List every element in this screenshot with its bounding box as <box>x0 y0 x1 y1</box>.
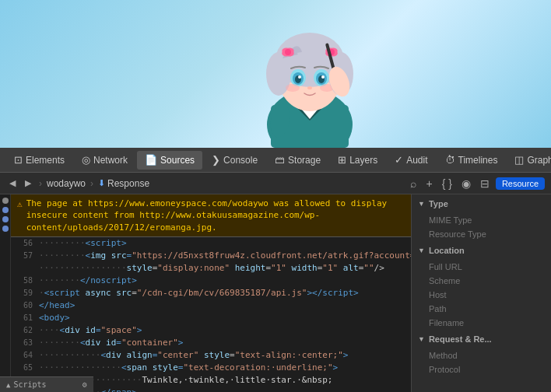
tab-graphics[interactable]: ◫ Graphics <box>507 151 551 170</box>
gutter-dot <box>2 216 9 222</box>
sources-icon: 📄 <box>145 154 157 166</box>
code-line-57b: ·················style="display:none" he… <box>11 262 411 275</box>
main-content: ⚠ The page at https://www.emoneyspace.co… <box>0 194 551 392</box>
chevron-down-icon-2: ▼ <box>418 247 425 254</box>
code-line-64: 64 ············<div align="center" style… <box>11 349 411 362</box>
code-line-65: 65 ················<span style="text-dec… <box>11 362 411 374</box>
timelines-icon: ⏱ <box>445 154 455 166</box>
resource-button[interactable]: Resource <box>496 177 545 190</box>
tab-sources[interactable]: 📄 Sources <box>137 151 202 170</box>
path-bar: ◀ ▶ › wodaywo › ⬇ Response ⌕ + { } ◉ ⊟ R… <box>0 173 551 194</box>
layers-icon: ⊞ <box>338 154 346 166</box>
svg-point-21 <box>298 75 301 79</box>
scripts-bar[interactable]: ▲ Scripts ⚙ <box>0 376 93 392</box>
location-section-header[interactable]: ▼ Location <box>412 241 551 260</box>
network-icon: ◎ <box>82 154 90 166</box>
devtools-toolbar: ⊡ Elements ◎ Network 📄 Sources ❯ Console… <box>0 148 551 173</box>
file-path: wodaywo <box>47 178 86 189</box>
format-button[interactable]: { } <box>439 177 455 191</box>
path-actions: ⌕ + { } ◉ ⊟ Resource <box>407 177 545 191</box>
svg-point-23 <box>307 86 312 89</box>
gutter-dot <box>2 226 9 232</box>
code-lines: 56 ·········<script> 57 ·········<img sr… <box>11 237 411 392</box>
warning-icon: ⚠ <box>17 198 23 210</box>
search-sources-button[interactable]: ⌕ <box>407 177 419 191</box>
code-line-60: 60 </head> <box>11 299 411 312</box>
file-type: ⬇ Response <box>98 178 149 189</box>
gutter-dot <box>2 198 9 204</box>
svg-point-22 <box>321 75 325 79</box>
chevron-down-icon-3: ▼ <box>418 335 425 343</box>
scripts-arrow-icon: ▲ <box>6 381 10 389</box>
code-line-63: 63 ········<div id="container"> <box>11 337 411 349</box>
tab-storage[interactable]: 🗃 Storage <box>267 151 328 170</box>
full-url-row: Full URL <box>412 260 551 274</box>
back-button[interactable]: ◀ <box>6 177 19 190</box>
tab-elements[interactable]: ⊡ Elements <box>6 151 72 170</box>
type-section-header[interactable]: ▼ Type <box>412 194 551 213</box>
toggle-button[interactable]: ⊟ <box>477 177 493 191</box>
gutter-dot <box>2 207 9 213</box>
tab-timelines[interactable]: ⏱ Timelines <box>437 151 506 170</box>
chevron-down-icon: ▼ <box>418 200 425 208</box>
resource-type-row: Resource Type <box>412 227 551 241</box>
tab-network[interactable]: ◎ Network <box>74 151 135 170</box>
tab-audit[interactable]: ✓ Audit <box>387 151 435 170</box>
code-line-57: 57 ·········<img src="https://d5nxst8fru… <box>11 250 411 262</box>
code-line-58: 58 ········</noscript> <box>11 275 411 287</box>
svg-point-24 <box>286 84 300 92</box>
path-row: Path <box>412 302 551 316</box>
host-row: Host <box>412 288 551 302</box>
method-row: Method <box>412 348 551 362</box>
filename-row: Filename <box>412 316 551 330</box>
protocol-row: Protocol <box>412 362 551 376</box>
elements-icon: ⊡ <box>14 154 23 166</box>
code-line-62: 62 ····<div id="space"> <box>11 324 411 337</box>
code-line-61: 61 <body> <box>11 312 411 324</box>
code-panel[interactable]: ⚠ The page at https://www.emoneyspace.co… <box>11 194 411 392</box>
scripts-settings-icon: ⚙ <box>82 380 87 389</box>
svg-point-11 <box>285 49 291 55</box>
new-file-button[interactable]: + <box>423 177 435 191</box>
right-panel: ▼ Type MIME Type Resource Type ▼ Locatio… <box>411 194 551 392</box>
breakpoint-button[interactable]: ◉ <box>458 177 474 191</box>
storage-icon: 🗃 <box>275 154 285 166</box>
download-icon: ⬇ <box>98 178 105 188</box>
tab-console[interactable]: ❯ Console <box>204 151 265 170</box>
tab-layers[interactable]: ⊞ Layers <box>330 151 385 170</box>
code-line-59: 59 ·<script async src="/cdn-cgi/bm/cv/66… <box>11 287 411 299</box>
audit-icon: ✓ <box>395 154 403 166</box>
code-line-56: 56 ·········<script> <box>11 237 411 250</box>
mime-type-row: MIME Type <box>412 213 551 227</box>
forward-button[interactable]: ▶ <box>22 177 34 190</box>
request-section-header[interactable]: ▼ Request & Re... <box>412 330 551 348</box>
scheme-row: Scheme <box>412 274 551 288</box>
preview-area <box>0 0 551 148</box>
left-gutter <box>0 194 11 392</box>
console-icon: ❯ <box>212 154 220 166</box>
warning-bar: ⚠ The page at https://www.emoneyspace.co… <box>11 194 411 237</box>
graphics-icon: ◫ <box>514 154 524 166</box>
